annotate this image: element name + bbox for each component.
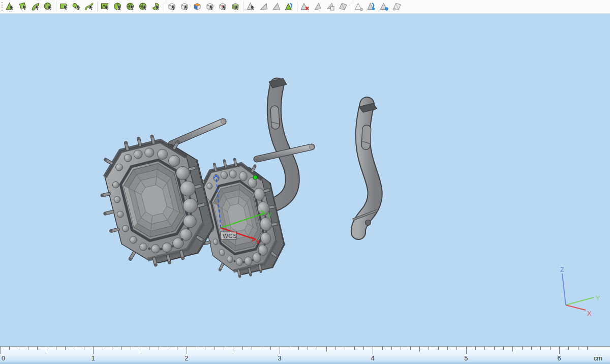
shear-face-button[interactable] — [312, 1, 323, 12]
select-edge-icon — [30, 2, 41, 12]
model-lever-back-free[interactable] — [353, 103, 377, 232]
blend-face-button[interactable] — [379, 1, 390, 12]
select-rectangle-icon — [59, 2, 69, 12]
copy-face-button[interactable] — [325, 1, 336, 12]
select-point-icon — [5, 2, 15, 12]
select-pair-icon — [72, 2, 82, 12]
model-earring-left[interactable] — [88, 125, 220, 277]
solid-cube-icon — [230, 2, 240, 12]
plane-face-icon — [338, 2, 348, 12]
flow-face-icon — [367, 2, 377, 12]
delete-face-button[interactable] — [299, 1, 311, 12]
toolbar-separator — [243, 2, 243, 12]
snap-point-marker — [253, 175, 257, 179]
view-cube-icon — [192, 2, 202, 12]
select-wheel-icon — [138, 2, 148, 12]
select-window-button[interactable] — [100, 1, 111, 12]
ruler-unit-label: cm — [594, 355, 602, 362]
plane-point-icon — [392, 2, 402, 12]
toolbar-separator — [164, 2, 164, 12]
select-solid-button[interactable] — [179, 1, 190, 12]
face-point-icon — [354, 2, 364, 12]
copy-face-icon — [325, 2, 336, 12]
cube-point-button[interactable] — [217, 1, 228, 12]
select-rectangle-button[interactable] — [58, 1, 70, 12]
select-surface-button[interactable] — [43, 1, 54, 12]
toolbar-group — [100, 1, 162, 12]
viewport-3d[interactable]: y x WCS Z Y X — [0, 14, 610, 346]
view-cube-button[interactable] — [192, 1, 203, 12]
ruler-label: 3 — [278, 355, 282, 362]
select-window-icon — [100, 2, 110, 12]
select-face-icon — [18, 2, 28, 12]
wcs-label: WCS — [223, 233, 237, 239]
cad-application: y x WCS Z Y X 0123456cm — [0, 0, 610, 364]
select-point-button[interactable] — [5, 1, 16, 12]
select-curve-button[interactable] — [84, 1, 95, 12]
flatten-face-icon — [271, 2, 282, 12]
toolbar-group — [58, 1, 95, 12]
flow-face-button[interactable] — [366, 1, 377, 12]
select-radial-button[interactable] — [125, 1, 136, 12]
move-face-icon — [246, 2, 256, 12]
select-face-button[interactable] — [17, 1, 28, 12]
blend-face-icon — [379, 2, 389, 12]
select-volume-button[interactable] — [204, 1, 216, 12]
select-solid-icon — [179, 2, 190, 12]
select-edge-button[interactable] — [30, 1, 41, 12]
select-box-icon — [167, 2, 177, 12]
toolbar-group — [5, 1, 54, 12]
cube-point-icon — [218, 2, 228, 12]
select-volume-icon — [205, 2, 215, 12]
main-toolbar — [0, 0, 610, 14]
select-radial-icon — [126, 2, 136, 12]
model-post-left[interactable] — [171, 119, 226, 144]
axis-triad: Z Y X — [560, 266, 600, 317]
toolbar-grip[interactable] — [1, 2, 3, 11]
ruler-label: 5 — [464, 355, 468, 362]
select-pair-button[interactable] — [71, 1, 82, 12]
select-sector-icon — [151, 2, 161, 12]
lever-back-hole — [365, 220, 371, 226]
select-wheel-button[interactable] — [138, 1, 149, 12]
toolbar-separator — [56, 2, 56, 12]
face-point-button[interactable] — [353, 1, 364, 12]
ruler-label: 1 — [92, 355, 95, 362]
select-pie-button[interactable] — [112, 1, 124, 12]
shear-face-icon — [313, 2, 323, 12]
plane-point-button[interactable] — [391, 1, 403, 12]
select-pie-icon — [113, 2, 123, 12]
toolbar-separator — [297, 2, 297, 12]
toolbar-separator — [351, 2, 351, 12]
toolbar-group — [246, 1, 295, 12]
rotate-face-icon — [284, 2, 294, 12]
align-face-icon — [259, 2, 269, 12]
triad-x-label: X — [587, 310, 592, 317]
select-surface-icon — [43, 2, 53, 12]
select-curve-icon — [84, 2, 95, 12]
ruler-label: 4 — [371, 355, 375, 362]
solid-cube-button[interactable] — [230, 1, 241, 12]
rotate-face-button[interactable] — [284, 1, 295, 12]
triad-z-label: Z — [560, 266, 564, 274]
flatten-face-button[interactable] — [271, 1, 282, 12]
move-face-button[interactable] — [246, 1, 257, 12]
horizontal-ruler: 0123456cm — [0, 346, 610, 364]
toolbar-group — [166, 1, 241, 12]
toolbar-group — [299, 1, 349, 12]
select-box-button[interactable] — [166, 1, 177, 12]
toolbar-group — [353, 1, 403, 12]
ruler-label: 2 — [185, 355, 188, 362]
ruler-label: 0 — [2, 355, 5, 362]
select-sector-button[interactable] — [150, 1, 162, 12]
delete-face-icon — [300, 2, 310, 12]
toolbar-separator — [97, 2, 98, 12]
ruler-label: 6 — [558, 355, 561, 362]
wcs-y-label: y — [268, 210, 271, 218]
plane-face-button[interactable] — [338, 1, 349, 12]
wcs-x-label: x — [256, 237, 260, 246]
triad-y-label: Y — [596, 295, 600, 302]
align-face-button[interactable] — [258, 1, 269, 12]
